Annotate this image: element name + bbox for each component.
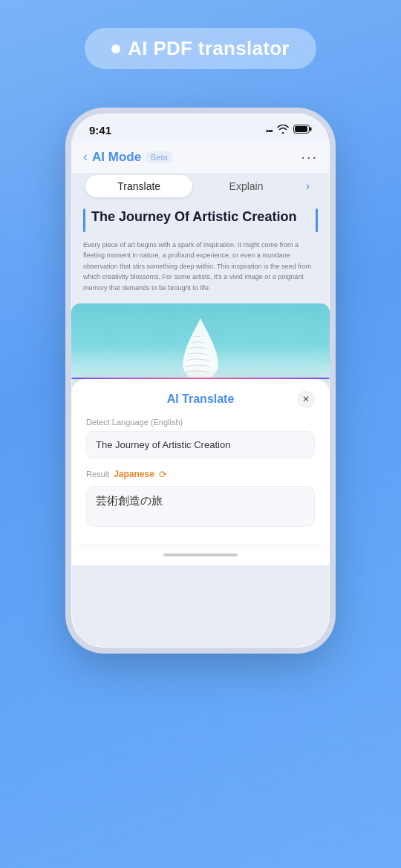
back-icon[interactable]: ‹ [83, 149, 88, 165]
article-image [71, 303, 330, 385]
home-bar [163, 553, 238, 556]
source-text-box: The Journey of Artistic Creation [86, 431, 315, 458]
tab-arrow: › [300, 180, 316, 193]
doc-title: The Journey Of Artistic Creation [91, 208, 311, 226]
result-lang[interactable]: Japanese [114, 469, 154, 479]
top-pill: AI PDF translator [85, 28, 316, 69]
tab-translate[interactable]: Translate [85, 175, 192, 197]
nav-bar: ‹ AI Mode Beta ··· [71, 142, 330, 173]
battery-icon [293, 125, 312, 136]
signal-icon: ▪▪▪ [266, 126, 273, 135]
result-label: Result [86, 470, 109, 479]
tab-bar: Translate Explain › [83, 173, 318, 200]
phone-frame: 9:41 ▪▪▪ ‹ AI Mode Be [71, 114, 330, 648]
dot-icon [111, 45, 120, 53]
nav-badge: Beta [146, 151, 173, 163]
result-lang-arrow-icon: ⟳ [159, 469, 167, 480]
translate-panel: AI Translate ✕ Detect Language (English)… [71, 378, 330, 545]
home-indicator [71, 545, 330, 565]
more-icon[interactable]: ··· [301, 148, 318, 165]
status-bar: 9:41 ▪▪▪ [71, 114, 330, 142]
detect-label: Detect Language (English) [86, 418, 315, 427]
translate-panel-title: AI Translate [167, 392, 235, 406]
translate-close-button[interactable]: ✕ [297, 390, 315, 408]
output-text-box: 芸術創造の旅 [86, 486, 315, 527]
wifi-icon [277, 125, 289, 136]
tab-explain[interactable]: Explain [192, 175, 299, 197]
svg-rect-1 [295, 126, 307, 132]
sculpture-icon [167, 315, 234, 385]
title-right-bar [316, 208, 318, 232]
doc-content: The Journey Of Artistic Creation Every p… [71, 208, 330, 293]
translate-panel-header: AI Translate ✕ [86, 392, 315, 406]
doc-body: Every piece of art begins with a spark o… [83, 240, 318, 293]
status-time: 9:41 [89, 124, 111, 137]
title-left-bar [83, 208, 85, 232]
nav-title: AI Mode [92, 150, 141, 165]
app-title: AI PDF translator [128, 37, 289, 60]
svg-rect-2 [310, 128, 312, 131]
